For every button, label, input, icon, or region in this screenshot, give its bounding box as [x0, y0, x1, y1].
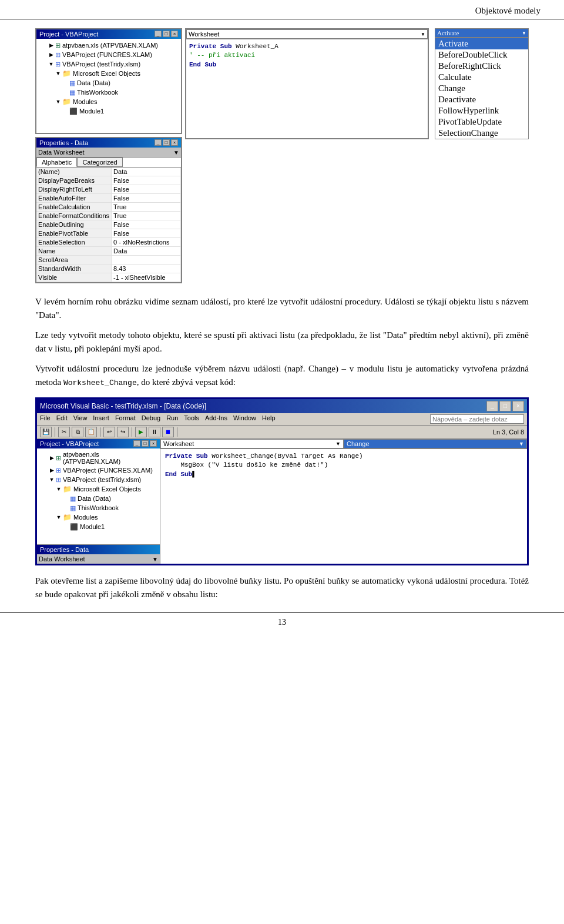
- toolbar-stop[interactable]: ⏹: [162, 427, 174, 437]
- v2-folder-icon: 📁: [63, 485, 72, 493]
- tree-label: VBAProject (FUNCRES.XLAM): [62, 51, 152, 58]
- code-panel: Worksheet ▼ Private Sub Worksheet_A ' --…: [185, 28, 429, 139]
- project-tree: ▶ ⊞ atpvbaen.xls (ATPVBAEN.XLAM) ▶ ⊞ VBA…: [36, 39, 181, 133]
- props-object-arrow[interactable]: ▼: [173, 149, 179, 156]
- menu-tools[interactable]: Tools: [184, 414, 199, 424]
- toolbar-copy[interactable]: ⧉: [72, 427, 83, 437]
- v2-tree-excel-objects[interactable]: ▼ 📁 Microsoft Excel Objects: [55, 484, 158, 494]
- event-followhyperlink[interactable]: FollowHyperlink: [435, 105, 528, 116]
- v2-expand5: ▼: [55, 513, 62, 521]
- v2-close[interactable]: ×: [150, 440, 157, 447]
- vbe2-close[interactable]: ×: [512, 401, 524, 411]
- toolbar-save[interactable]: 💾: [40, 427, 52, 437]
- tab-categorized[interactable]: Categorized: [77, 158, 122, 167]
- prop-row-enableselection: EnableSelection 0 - xlNoRestrictions: [36, 238, 181, 247]
- v2-max[interactable]: □: [142, 440, 149, 447]
- tree-item-module1[interactable]: ⬛ Module1: [62, 106, 179, 116]
- toolbar-undo[interactable]: ↩: [103, 427, 115, 437]
- toolbar-pause[interactable]: ⏸: [149, 427, 160, 437]
- prop-row-enablecalculation: EnableCalculation True: [36, 203, 181, 212]
- vbe2-maximize[interactable]: □: [499, 401, 511, 411]
- event-beforedoubleclick[interactable]: BeforeDoubleClick: [435, 49, 528, 61]
- menu-edit[interactable]: Edit: [56, 414, 68, 424]
- v2-tree-module1[interactable]: ⬛ Module1: [62, 522, 158, 531]
- spacer: [62, 107, 69, 115]
- v2-expand3: ▼: [48, 476, 55, 484]
- prop-value: False: [112, 185, 181, 194]
- menu-debug[interactable]: Debug: [142, 414, 160, 424]
- paragraph-1-text: V levém horním rohu obrázku vidíme sezna…: [35, 297, 529, 320]
- event-calculate[interactable]: Calculate: [435, 72, 528, 83]
- vbe2-worksheet-dropdown[interactable]: Worksheet ▼: [160, 439, 344, 448]
- worksheet-dropdown[interactable]: Worksheet ▼: [186, 29, 428, 39]
- props-tabs: Alphabetic Categorized: [36, 158, 181, 168]
- menu-view[interactable]: View: [73, 414, 88, 424]
- v2-tree-data[interactable]: ▦ Data (Data): [62, 494, 158, 503]
- tree-item-testtridy[interactable]: ▼ ⊞ VBAProject (testTridy.xlsm): [48, 59, 179, 69]
- prop-row-standardwidth: StandardWidth 8.43: [36, 265, 181, 273]
- v2-min[interactable]: _: [133, 440, 140, 447]
- tree-item-atpvbaen[interactable]: ▶ ⊞ atpvbaen.xls (ATPVBAEN.XLAM): [48, 41, 179, 50]
- vbe2-minimize[interactable]: _: [486, 401, 498, 411]
- v2-tree-modules[interactable]: ▼ 📁 Modules: [55, 513, 158, 522]
- v2-tree-funcres[interactable]: ▶ ⊞ VBAProject (FUNCRES.XLAM): [48, 466, 158, 475]
- prop-value: -1 - xlSheetVisible: [112, 273, 181, 282]
- paragraph-3-text: Vytvořit událostní proceduru lze jednodu…: [35, 364, 529, 387]
- vbe2-project-title: Project - VBAProject: [40, 440, 99, 447]
- vbe2-props-arrow[interactable]: ▼: [152, 556, 158, 563]
- props-maximize-btn[interactable]: □: [163, 139, 170, 146]
- toolbar-redo[interactable]: ↪: [117, 427, 129, 437]
- help-search[interactable]: [430, 414, 524, 424]
- event-change[interactable]: Change: [435, 83, 528, 94]
- v2-tree-label6: ThisWorkbook: [78, 504, 119, 511]
- module-icon: ⬛: [69, 108, 78, 115]
- tree-item-modules[interactable]: ▼ 📁 Modules: [55, 97, 179, 106]
- close-btn[interactable]: ×: [171, 31, 178, 37]
- toolbar-paste[interactable]: 📋: [85, 427, 97, 437]
- props-close-btn[interactable]: ×: [171, 139, 178, 146]
- menu-format[interactable]: Format: [115, 414, 136, 424]
- event-activate[interactable]: Activate: [435, 38, 528, 49]
- v2-tree-testtridy[interactable]: ▼ ⊞ VBAProject (testTridy.xlsm): [48, 475, 158, 484]
- event-pivottableupdate[interactable]: PivotTableUpdate: [435, 116, 528, 128]
- v2-sheet-icon: ▦: [70, 495, 76, 503]
- menu-window[interactable]: Window: [233, 414, 256, 424]
- menu-insert[interactable]: Insert: [93, 414, 109, 424]
- tree-item-funcres[interactable]: ▶ ⊞ VBAProject (FUNCRES.XLAM): [48, 50, 179, 59]
- maximize-btn[interactable]: □: [163, 31, 170, 37]
- menu-addins[interactable]: Add-Ins: [205, 414, 227, 424]
- menu-file[interactable]: File: [40, 414, 51, 424]
- v2-tree-atpvbaen[interactable]: ▶ ⊞ atpvbaen.xls (ATPVBAEN.XLAM): [48, 450, 158, 466]
- vbe2-change-dropdown[interactable]: Change ▼: [344, 439, 527, 448]
- props-minimize-btn[interactable]: _: [155, 139, 162, 146]
- prop-name: (Name): [36, 168, 112, 176]
- vbe2-props-object-label: Data Worksheet: [39, 555, 85, 563]
- tab-alphabetic[interactable]: Alphabetic: [36, 158, 77, 167]
- minimize-btn[interactable]: _: [155, 31, 162, 37]
- keyword-private: Private Sub: [189, 43, 236, 50]
- menu-help[interactable]: Help: [262, 414, 276, 424]
- top-section: Project - VBAProject _ □ × ▶ ⊞ atpvbaen.…: [35, 28, 529, 283]
- prop-name: EnableAutoFilter: [36, 194, 112, 203]
- tree-item-excel-objects[interactable]: ▼ 📁 Microsoft Excel Objects: [55, 69, 179, 78]
- tree-label: Modules: [73, 98, 98, 105]
- toolbar-cut[interactable]: ✂: [58, 427, 70, 437]
- vbe2-change-arrow: ▼: [519, 441, 524, 447]
- menu-run[interactable]: Run: [166, 414, 178, 424]
- activate-dropdown[interactable]: Activate ▼: [435, 28, 529, 38]
- vbe2-sub-signature: Worksheet_Change(ByVal Target As Range): [212, 453, 362, 460]
- v2-tree-thisworkbook[interactable]: ▦ ThisWorkbook: [62, 503, 158, 513]
- event-deactivate[interactable]: Deactivate: [435, 94, 528, 105]
- vbe-title2-text: Microsoft Visual Basic - testTridy.xlsm …: [40, 402, 206, 410]
- prop-row-enableautofilter: EnableAutoFilter False: [36, 194, 181, 203]
- event-selectionchange[interactable]: SelectionChange: [435, 128, 528, 139]
- tree-label: Module1: [79, 108, 104, 115]
- prop-row-displayrighttoleft: DisplayRightToLeft False: [36, 185, 181, 194]
- event-beforerightclick[interactable]: BeforeRightClick: [435, 61, 528, 72]
- vbe2-worksheet-label: Worksheet: [163, 440, 194, 447]
- tree-item-data[interactable]: ▦ Data (Data): [62, 78, 179, 88]
- tree-item-thisworkbook[interactable]: ▦ ThisWorkbook: [62, 88, 179, 97]
- vbe-menubar: File Edit View Insert Format Debug Run T…: [37, 413, 527, 426]
- toolbar-run[interactable]: ▶: [135, 427, 147, 437]
- v2-spacer1: [62, 494, 69, 503]
